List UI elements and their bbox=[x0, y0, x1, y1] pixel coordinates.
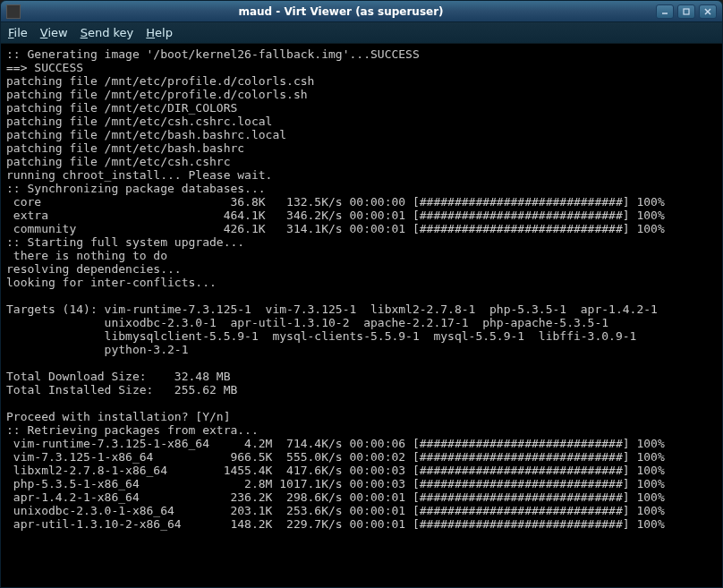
maximize-icon bbox=[682, 7, 691, 16]
terminal-line: :: Generating image '/boot/kernel26-fall… bbox=[6, 47, 717, 61]
terminal-line: unixodbc-2.3.0-1-x86_64 203.1K 253.6K/s … bbox=[6, 504, 717, 517]
terminal-line: ==> SUCCESS bbox=[6, 61, 717, 74]
terminal-line: there is nothing to do bbox=[6, 249, 717, 262]
minimize-button[interactable] bbox=[656, 4, 674, 19]
terminal-line: :: Starting full system upgrade... bbox=[6, 235, 717, 249]
menu-view[interactable]: View bbox=[40, 26, 68, 39]
terminal-line: vim-runtime-7.3.125-1-x86_64 4.2M 714.4K… bbox=[6, 437, 717, 450]
terminal-line: unixodbc-2.3.0-1 apr-util-1.3.10-2 apach… bbox=[6, 316, 717, 329]
terminal-line: vim-7.3.125-1-x86_64 966.5K 555.0K/s 00:… bbox=[6, 450, 717, 464]
terminal-line: core 36.8K 132.5K/s 00:00:00 [##########… bbox=[6, 195, 717, 209]
terminal-line: Targets (14): vim-runtime-7.3.125-1 vim-… bbox=[6, 303, 717, 316]
terminal-line bbox=[6, 356, 717, 370]
terminal-line: patching file /mnt/etc/csh.cshrc bbox=[6, 155, 717, 168]
terminal-output[interactable]: :: Generating image '/boot/kernel26-fall… bbox=[1, 44, 722, 587]
terminal-line: apr-util-1.3.10-2-x86_64 148.2K 229.7K/s… bbox=[6, 517, 717, 531]
maximize-button[interactable] bbox=[677, 4, 695, 19]
terminal-line: community 426.1K 314.1K/s 00:00:01 [####… bbox=[6, 222, 717, 235]
terminal-line: patching file /mnt/etc/profile.d/colorls… bbox=[6, 74, 717, 88]
terminal-line: looking for inter-conflicts... bbox=[6, 276, 717, 289]
menu-sendkey[interactable]: Send key bbox=[81, 26, 134, 39]
terminal-line: running chroot_install... Please wait. bbox=[6, 168, 717, 182]
terminal-line bbox=[6, 396, 717, 410]
terminal-line: :: Retrieving packages from extra... bbox=[6, 423, 717, 437]
terminal-line: libmysqlclient-5.5.9-1 mysql-clients-5.5… bbox=[6, 329, 717, 343]
titlebar[interactable]: maud - Virt Viewer (as superuser) bbox=[1, 1, 722, 22]
menu-help[interactable]: Help bbox=[146, 26, 173, 39]
terminal-line: python-3.2-1 bbox=[6, 343, 717, 356]
terminal-line: patching file /mnt/etc/DIR_COLORS bbox=[6, 101, 717, 115]
window-title: maud - Virt Viewer (as superuser) bbox=[26, 5, 656, 18]
menubar: File View Send key Help bbox=[1, 22, 722, 44]
close-button[interactable] bbox=[699, 4, 717, 19]
terminal-line: Total Download Size: 32.48 MB bbox=[6, 370, 717, 383]
terminal-line bbox=[6, 289, 717, 303]
terminal-line: Proceed with installation? [Y/n] bbox=[6, 410, 717, 423]
terminal-line: extra 464.1K 346.2K/s 00:00:01 [########… bbox=[6, 209, 717, 222]
menu-file[interactable]: File bbox=[8, 26, 28, 39]
window-controls bbox=[656, 4, 717, 19]
app-icon bbox=[6, 4, 21, 19]
minimize-icon bbox=[660, 7, 669, 16]
close-icon bbox=[703, 7, 712, 16]
terminal-line: resolving dependencies... bbox=[6, 262, 717, 276]
terminal-line: :: Synchronizing package databases... bbox=[6, 182, 717, 195]
terminal-line: patching file /mnt/etc/bash.bashrc.local bbox=[6, 128, 717, 141]
terminal-line: apr-1.4.2-1-x86_64 236.2K 298.6K/s 00:00… bbox=[6, 490, 717, 504]
terminal-line: patching file /mnt/etc/bash.bashrc bbox=[6, 141, 717, 155]
terminal-line: libxml2-2.7.8-1-x86_64 1455.4K 417.6K/s … bbox=[6, 464, 717, 477]
terminal-line: patching file /mnt/etc/csh.cshrc.local bbox=[6, 115, 717, 128]
terminal-line: patching file /mnt/etc/profile.d/colorls… bbox=[6, 88, 717, 101]
svg-rect-1 bbox=[684, 9, 689, 14]
terminal-line: Total Installed Size: 255.62 MB bbox=[6, 383, 717, 396]
app-window: maud - Virt Viewer (as superuser) File V… bbox=[0, 0, 723, 588]
terminal-line: php-5.3.5-1-x86_64 2.8M 1017.1K/s 00:00:… bbox=[6, 477, 717, 490]
